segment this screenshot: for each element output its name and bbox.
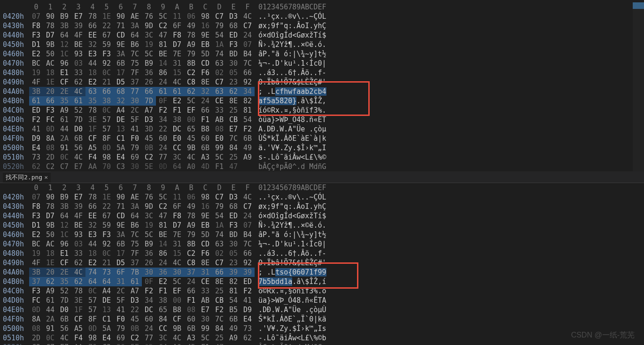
hex-pane[interactable]: 0123456789ABCDEF0123456789ABCDEF0420h079… — [0, 2, 644, 171]
hex-cell[interactable]: 25 — [212, 333, 226, 343]
hex-cell[interactable]: 19 — [29, 249, 43, 258]
ascii-cell[interactable]: ÂÇçªpÃ0^.d MdñG — [258, 343, 357, 345]
hex-cell[interactable]: 1C — [57, 230, 71, 239]
hex-cell[interactable]: 1A — [212, 40, 226, 49]
hex-cell[interactable]: 0C — [43, 333, 57, 343]
hex-cell[interactable]: 59 — [100, 221, 114, 230]
hex-cell[interactable]: 79 — [184, 230, 198, 239]
hex-cell[interactable]: 6B — [226, 314, 241, 324]
hex-cell[interactable]: 9B — [184, 143, 198, 153]
hex-cell[interactable]: 52 — [57, 286, 71, 296]
hex-cell[interactable]: AC — [43, 59, 57, 68]
hex-cell[interactable]: 9B — [43, 221, 57, 230]
hex-cell[interactable]: 9E — [198, 211, 212, 221]
hex-cell[interactable]: 63 — [212, 87, 226, 96]
hex-cell[interactable]: 24 — [241, 31, 255, 40]
hex-cell[interactable]: 34 — [142, 296, 156, 305]
hex-cell[interactable]: 86 — [156, 249, 170, 258]
hex-cell[interactable]: 24 — [156, 77, 170, 87]
hex-cell[interactable]: 54 — [212, 211, 226, 221]
hex-cell[interactable]: 9E — [114, 221, 128, 230]
hex-cell[interactable]: 63 — [212, 59, 226, 68]
hex-cell[interactable]: D0 — [71, 124, 85, 134]
hex-row[interactable]: 0470hBCAC960344926B75B914318BCD63307C¼¬-… — [3, 59, 644, 68]
hex-cell[interactable]: D1 — [29, 221, 43, 230]
hex-cell[interactable]: F4 — [85, 153, 100, 162]
hex-cell[interactable]: E0 — [170, 134, 184, 143]
hex-cell[interactable]: 77 — [156, 153, 170, 162]
hex-cell[interactable]: E3 — [85, 49, 100, 59]
hex-cell[interactable]: 0D — [85, 324, 100, 333]
hex-cell[interactable]: 4D — [198, 162, 212, 171]
hex-cell[interactable]: 96 — [57, 239, 71, 249]
hex-cell[interactable]: 8E — [198, 77, 212, 87]
hex-cell[interactable]: A5 — [85, 143, 100, 153]
ascii-cell[interactable]: ; .Ltso{06071f99 — [258, 268, 357, 277]
hex-row[interactable]: 04F0h8A2A6BCF8FC1F0456084CF60307C6BE4Š*k… — [3, 314, 644, 324]
hex-cell[interactable]: 64 — [156, 343, 170, 345]
hex-cell[interactable]: 19 — [29, 68, 43, 77]
hex-row[interactable]: 0470hBCAC960344926B75B914318BCD63307C¼¬-… — [3, 239, 644, 249]
hex-cell[interactable]: F1 — [156, 286, 170, 296]
hex-cell[interactable]: 4D — [184, 343, 198, 345]
hex-cell[interactable]: 61 — [170, 87, 184, 96]
hex-cell[interactable]: 62 — [43, 277, 57, 286]
ascii-cell[interactable]: Ñ›.¾2Yž¶..×©ë.ó. — [258, 221, 357, 230]
hex-cell[interactable]: CD — [198, 239, 212, 249]
hex-cell[interactable]: 57 — [100, 115, 114, 124]
hex-cell[interactable]: 91 — [57, 143, 71, 153]
hex-cell[interactable]: 6B — [241, 134, 255, 143]
hex-cell[interactable]: F8 — [170, 31, 184, 40]
hex-cell[interactable]: 96 — [57, 59, 71, 68]
hex-cell[interactable]: CE — [212, 96, 226, 106]
hex-cell[interactable]: 2A — [43, 314, 57, 324]
hex-cell[interactable]: 47 — [212, 343, 226, 345]
hex-cell[interactable]: 98 — [100, 153, 114, 162]
hex-cell[interactable]: 70 — [100, 162, 114, 171]
hex-cell[interactable]: 78 — [43, 21, 57, 31]
hex-cell[interactable]: 6F — [170, 21, 184, 31]
ascii-cell[interactable]: øx;9f"q:.ÂoI.yhÇ — [258, 21, 357, 31]
hex-cell[interactable]: BE — [71, 40, 85, 49]
hex-cell[interactable]: 66 — [85, 21, 100, 31]
hex-cell[interactable]: 82 — [226, 277, 241, 286]
ascii-cell[interactable]: O.Ïbâ!Õ7&$LÈŽÇ#' — [258, 258, 357, 268]
hex-cell[interactable]: 35 — [57, 96, 71, 106]
hex-cell[interactable]: 3B — [57, 21, 71, 31]
hex-cell[interactable]: 67 — [100, 31, 114, 40]
hex-cell[interactable]: 64 — [170, 162, 184, 171]
hex-cell[interactable]: 62 — [71, 258, 85, 268]
hex-cell[interactable]: EB — [198, 40, 212, 49]
hex-cell[interactable]: C7 — [241, 21, 255, 31]
hex-cell[interactable]: 66 — [184, 286, 198, 296]
hex-row[interactable]: 0450hD19B12BE32599EB61981D7A9EB1AF307Ñ›.… — [3, 221, 644, 230]
hex-cell[interactable]: F3 — [29, 286, 43, 296]
hex-row[interactable]: 0480h1918E133180C177F368615C2F6020566..á… — [3, 249, 644, 258]
hex-cell[interactable]: E2 — [85, 258, 100, 268]
hex-cell[interactable]: A0 — [170, 343, 184, 345]
hex-cell[interactable]: 41 — [128, 124, 142, 134]
hex-cell[interactable]: 61 — [128, 277, 142, 286]
hex-cell[interactable]: 7C — [128, 230, 142, 239]
hex-cell[interactable]: 5E — [142, 162, 156, 171]
hex-row[interactable]: 04E0h0D44D01F57134122DC65B808E7F2B5D9.DÐ… — [3, 305, 644, 314]
hex-cell[interactable]: 33 — [71, 249, 85, 258]
hex-cell[interactable]: 44 — [85, 59, 100, 68]
hex-cell[interactable]: 7C — [128, 49, 142, 59]
hex-cell[interactable]: AA — [85, 162, 100, 171]
hex-cell[interactable]: F2 — [241, 124, 255, 134]
hex-cell[interactable]: 9B — [43, 40, 57, 49]
hex-cell[interactable]: A9 — [226, 333, 241, 343]
hex-cell[interactable]: 20 — [43, 268, 57, 277]
hex-cell[interactable]: 1F — [85, 124, 100, 134]
hex-cell[interactable]: D5 — [114, 258, 128, 268]
hex-cell[interactable]: 3A — [114, 230, 128, 239]
hex-cell[interactable]: 03 — [71, 59, 85, 68]
hex-cell[interactable]: CC — [156, 324, 170, 333]
hex-cell[interactable]: 47 — [156, 31, 170, 40]
hex-cell[interactable]: 45 — [184, 134, 198, 143]
hex-cell[interactable]: F2 — [241, 286, 255, 296]
hex-cell[interactable]: 56 — [57, 324, 71, 333]
hex-cell[interactable]: 1C — [57, 49, 71, 59]
hex-row[interactable]: 0520hC2C7E7AA70C3305E0D64A04DF147ÂÇçªpÃ0… — [3, 343, 644, 345]
